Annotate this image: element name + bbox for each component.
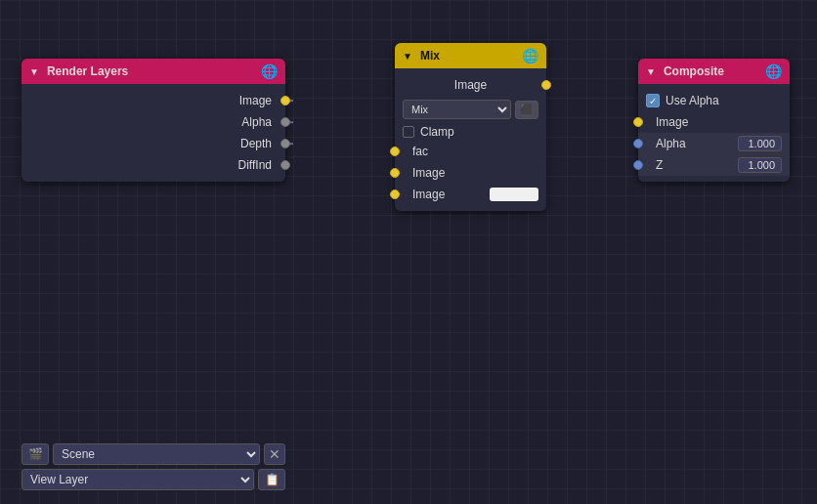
composite-alpha-socket xyxy=(633,139,643,148)
mix-image-output-row: Image xyxy=(395,74,546,96)
render-layers-image-socket xyxy=(280,96,290,105)
mix-extra-btn[interactable]: ⬛ xyxy=(515,101,538,119)
composite-node: ▼ Composite 🌐 ✓ Use Alpha Image Alpha 1.… xyxy=(638,59,790,182)
scene-close-button[interactable]: ✕ xyxy=(264,443,285,465)
composite-z-value[interactable]: 1.000 xyxy=(738,157,782,173)
collapse-icon[interactable]: ▼ xyxy=(29,66,39,77)
render-layers-header: ▼ Render Layers 🌐 xyxy=(22,59,285,84)
render-layers-depth-row: Depth xyxy=(22,133,285,154)
render-layers-depth-label: Depth xyxy=(29,137,272,150)
composite-image-row: Image xyxy=(638,111,790,133)
render-layers-world-icon: 🌐 xyxy=(261,63,278,79)
mix-dropdown-row: Mix Add Multiply Screen ⬛ xyxy=(395,96,546,123)
render-layers-alpha-label: Alpha xyxy=(29,115,272,129)
scene-row: 🎬 Scene ✕ xyxy=(22,443,285,465)
composite-body: ✓ Use Alpha Image Alpha 1.000 Z 1.000 xyxy=(638,84,790,182)
mix-header: ▼ Mix 🌐 xyxy=(395,43,546,68)
render-layers-depth-socket xyxy=(280,139,290,148)
render-layers-title: Render Layers xyxy=(47,64,128,78)
composite-z-label: Z xyxy=(646,158,738,172)
mix-body: Image Mix Add Multiply Screen ⬛ Clamp fa… xyxy=(395,68,546,211)
mix-fac-row: fac xyxy=(395,141,546,162)
composite-collapse-icon[interactable]: ▼ xyxy=(646,66,656,77)
mix-image-output-label: Image xyxy=(403,78,538,92)
mix-node: ▼ Mix 🌐 Image Mix Add Multiply Screen ⬛ … xyxy=(395,43,546,211)
mix-collapse-icon[interactable]: ▼ xyxy=(403,51,412,62)
composite-world-icon: 🌐 xyxy=(765,63,782,79)
view-layer-copy-button[interactable]: 📋 xyxy=(258,469,285,490)
render-layers-diffind-socket xyxy=(280,160,290,170)
mix-title: Mix xyxy=(420,49,440,63)
scene-icon[interactable]: 🎬 xyxy=(22,443,49,465)
composite-title: Composite xyxy=(664,64,724,78)
render-layers-image-row: Image xyxy=(22,90,285,111)
composite-image-socket xyxy=(633,117,643,127)
mix-image2-socket xyxy=(390,189,400,199)
mix-fac-socket xyxy=(390,147,400,156)
mix-image1-row: Image xyxy=(395,162,546,184)
composite-alpha-row: Alpha 1.000 xyxy=(638,133,790,154)
mix-clamp-checkbox[interactable] xyxy=(403,126,414,138)
view-layer-dropdown[interactable]: View Layer xyxy=(22,469,254,490)
bottom-panel: 🎬 Scene ✕ View Layer 📋 xyxy=(22,443,285,494)
mix-dropdown[interactable]: Mix Add Multiply Screen xyxy=(403,100,511,119)
mix-clamp-label: Clamp xyxy=(420,125,454,139)
mix-world-icon: 🌐 xyxy=(522,48,538,63)
composite-use-alpha-row: ✓ Use Alpha xyxy=(638,90,790,111)
scene-dropdown[interactable]: Scene xyxy=(53,443,260,465)
composite-alpha-label: Alpha xyxy=(646,137,738,150)
mix-fac-label: fac xyxy=(403,145,538,158)
render-layers-diffind-label: DiffInd xyxy=(29,158,272,172)
render-layers-body: Image Alpha Depth DiffInd xyxy=(22,84,285,182)
render-layers-node: ▼ Render Layers 🌐 Image Alpha Depth Diff… xyxy=(22,59,285,182)
composite-image-label: Image xyxy=(646,115,782,129)
mix-image1-label: Image xyxy=(403,166,538,180)
composite-use-alpha-checkbox[interactable]: ✓ xyxy=(646,94,660,107)
mix-clamp-row: Clamp xyxy=(395,123,546,141)
render-layers-image-label: Image xyxy=(29,94,272,107)
mix-image2-input[interactable] xyxy=(490,188,538,201)
render-layers-alpha-row: Alpha xyxy=(22,111,285,133)
mix-image1-socket xyxy=(390,168,400,178)
mix-image-output-socket xyxy=(541,80,551,90)
mix-image2-row: Image xyxy=(395,184,546,205)
view-layer-row: View Layer 📋 xyxy=(22,469,285,490)
mix-image2-label: Image xyxy=(403,188,490,201)
composite-alpha-value[interactable]: 1.000 xyxy=(738,136,782,151)
composite-header: ▼ Composite 🌐 xyxy=(638,59,790,84)
render-layers-diffind-row: DiffInd xyxy=(22,154,285,176)
composite-use-alpha-label: Use Alpha xyxy=(666,94,719,107)
render-layers-alpha-socket xyxy=(280,117,290,127)
composite-z-socket xyxy=(633,160,643,170)
composite-z-row: Z 1.000 xyxy=(638,154,790,176)
